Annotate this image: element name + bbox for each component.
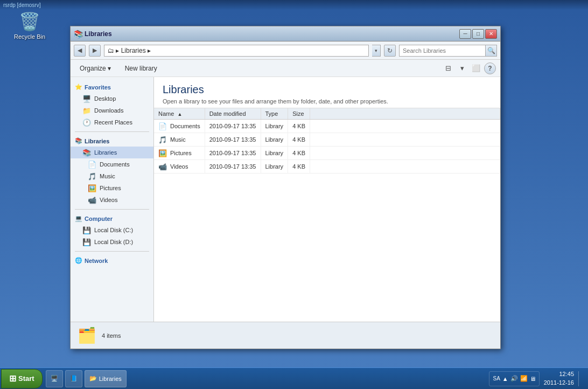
music-icon: 🎵 — [88, 172, 96, 180]
table-row[interactable]: 🎵 Music 2010-09-17 13:35 Library 4 KB — [154, 133, 500, 147]
panel-header: Libraries Open a library to see your fil… — [154, 77, 500, 108]
file-name-3: Videos — [170, 163, 188, 170]
view-dropdown-button[interactable]: ▾ — [456, 62, 468, 74]
sidebar-item-local-disk-d[interactable]: 💾 Local Disk (D:) — [71, 236, 153, 248]
sidebar-item-documents[interactable]: 📄 Documents — [71, 158, 153, 170]
sidebar-item-videos[interactable]: 📹 Videos — [71, 194, 153, 206]
sidebar-item-music[interactable]: 🎵 Music — [71, 170, 153, 182]
taskbar-clock[interactable]: 12:45 2011-12-16 — [544, 370, 574, 387]
sidebar-item-recent-places[interactable]: 🕐 Recent Places — [71, 116, 153, 128]
file-name-2: Pictures — [170, 150, 192, 156]
help-button[interactable]: ? — [484, 62, 496, 74]
sidebar-divider-3 — [75, 251, 149, 252]
pictures-label: Pictures — [100, 185, 121, 191]
sidebar-item-desktop[interactable]: 🖥️ Desktop — [71, 93, 153, 105]
new-library-button[interactable]: New library — [120, 62, 162, 75]
table-row[interactable]: 📄 Documents 2010-09-17 13:35 Library 4 K… — [154, 120, 500, 133]
col-size[interactable]: Size — [288, 108, 310, 120]
local-disk-d-label: Local Disk (D:) — [94, 239, 133, 245]
sidebar-item-local-disk-c[interactable]: 💾 Local Disk (C:) — [71, 224, 153, 236]
powershell-icon: 📘 — [70, 375, 78, 382]
back-button[interactable]: ◀ — [74, 45, 86, 57]
sidebar-item-libraries-root[interactable]: 📚 Libraries — [71, 147, 153, 158]
file-table-body: 📄 Documents 2010-09-17 13:35 Library 4 K… — [154, 120, 500, 173]
sidebar-header-network[interactable]: 🌐 Network — [71, 255, 153, 266]
toolbar: Organize ▾ New library ⊟ ▾ ⬜ ? — [71, 60, 500, 77]
list-view-button[interactable]: ⊟ — [442, 62, 454, 74]
sidebar-header-libraries[interactable]: 📚 Libraries — [71, 135, 153, 147]
cell-extra-1 — [310, 133, 500, 147]
computer-label: Computer — [85, 216, 113, 222]
col-type[interactable]: Type — [261, 108, 288, 120]
status-text: 4 items — [102, 332, 121, 339]
cell-name-1: 🎵 Music — [154, 133, 205, 147]
close-button[interactable]: ✕ — [485, 29, 497, 39]
panel-title: Libraries — [163, 84, 492, 96]
taskbar-right: SA ▲ 🔊 📶 🖥 12:45 2011-12-16 — [489, 370, 588, 387]
tray-network[interactable]: 📶 — [520, 375, 528, 382]
rdp-titlebar: rsrdp [demosrv] — [0, 0, 588, 10]
libraries-window: 📚 Libraries ─ □ ✕ ◀ ▶ 🗂 ▸ Libraries ▸ ▾ … — [70, 26, 501, 349]
recent-places-label: Recent Places — [94, 119, 132, 126]
videos-icon: 📹 — [88, 196, 96, 204]
show-desktop-button[interactable] — [578, 371, 584, 386]
favorites-label: Favorites — [85, 84, 111, 91]
new-library-label: New library — [125, 65, 157, 72]
sidebar-header-favorites[interactable]: ⭐ Favorites — [71, 81, 153, 93]
details-pane-button[interactable]: ⬜ — [470, 62, 482, 74]
sidebar-section-favorites: ⭐ Favorites 🖥️ Desktop 📁 Downloads 🕐 Rec… — [71, 81, 153, 128]
status-bar: 🗂️ 4 items — [71, 322, 500, 349]
address-dropdown-button[interactable]: ▾ — [372, 45, 381, 57]
col-name[interactable]: Name ▲ — [154, 108, 205, 120]
start-label: Start — [18, 374, 34, 383]
local-disk-c-icon: 💾 — [82, 226, 91, 234]
sidebar-item-pictures[interactable]: 🖼️ Pictures — [71, 182, 153, 194]
file-list: Name ▲ Date modified Type — [154, 108, 500, 322]
file-name-1: Music — [170, 136, 186, 143]
taskbar-item-libraries[interactable]: 📂 Libraries — [85, 370, 127, 387]
search-input[interactable] — [399, 45, 485, 57]
breadcrumb-icon: 🗂 — [108, 47, 114, 54]
cell-size-2: 4 KB — [288, 147, 310, 160]
cell-type-1: Library — [261, 133, 288, 147]
desktop: rsrdp [demosrv] 🗑️ Recycle Bin 📚 Librari… — [0, 0, 588, 389]
table-row[interactable]: 🖼️ Pictures 2010-09-17 13:35 Library 4 K… — [154, 147, 500, 160]
panel-subtitle: Open a library to see your files and arr… — [163, 98, 492, 105]
tray-arrow[interactable]: ▲ — [502, 376, 508, 382]
sidebar: ⭐ Favorites 🖥️ Desktop 📁 Downloads 🕐 Rec… — [71, 77, 154, 322]
start-button[interactable]: ⊞ Start — [1, 369, 43, 388]
clock-date: 2011-12-16 — [544, 379, 574, 387]
search-button[interactable]: 🔍 — [485, 45, 497, 57]
cell-type-0: Library — [261, 120, 288, 133]
tray-sa: SA — [493, 376, 500, 381]
forward-button[interactable]: ▶ — [89, 45, 101, 57]
sidebar-item-downloads[interactable]: 📁 Downloads — [71, 105, 153, 116]
address-breadcrumb[interactable]: 🗂 ▸ Libraries ▸ — [104, 45, 369, 57]
recycle-bin-icon[interactable]: 🗑️ Recycle Bin — [11, 11, 48, 40]
table-row[interactable]: 📹 Videos 2010-09-17 13:35 Library 4 KB — [154, 160, 500, 173]
sidebar-section-network: 🌐 Network — [71, 255, 153, 266]
organize-button[interactable]: Organize ▾ — [75, 62, 116, 75]
sidebar-divider-2 — [75, 209, 149, 210]
refresh-button[interactable]: ↻ — [384, 45, 396, 57]
tray-volume[interactable]: 🔊 — [510, 375, 518, 382]
cell-size-0: 4 KB — [288, 120, 310, 133]
taskbar-item-powershell[interactable]: 📘 — [65, 370, 82, 387]
cell-date-0: 2010-09-17 13:35 — [205, 120, 261, 133]
status-icon: 🗂️ — [77, 326, 96, 345]
cmd-icon: 🖥️ — [51, 375, 58, 382]
sidebar-section-libraries: 📚 Libraries 📚 Libraries 📄 Documents 🎵 Mu… — [71, 135, 153, 206]
taskbar-item-cmd[interactable]: 🖥️ — [46, 370, 63, 387]
favorites-icon: ⭐ — [75, 84, 82, 91]
recent-places-icon: 🕐 — [82, 118, 91, 127]
col-date-modified[interactable]: Date modified — [205, 108, 261, 120]
maximize-button[interactable]: □ — [472, 29, 484, 39]
system-tray: SA ▲ 🔊 📶 🖥 — [489, 371, 539, 386]
sidebar-divider-1 — [75, 131, 149, 132]
desktop-label: Desktop — [94, 95, 116, 102]
sidebar-header-computer[interactable]: 💻 Computer — [71, 213, 153, 224]
col-extra — [310, 108, 500, 120]
minimize-button[interactable]: ─ — [459, 29, 471, 39]
window-titlebar: 📚 Libraries ─ □ ✕ — [71, 26, 500, 41]
organize-arrow: ▾ — [108, 65, 111, 72]
